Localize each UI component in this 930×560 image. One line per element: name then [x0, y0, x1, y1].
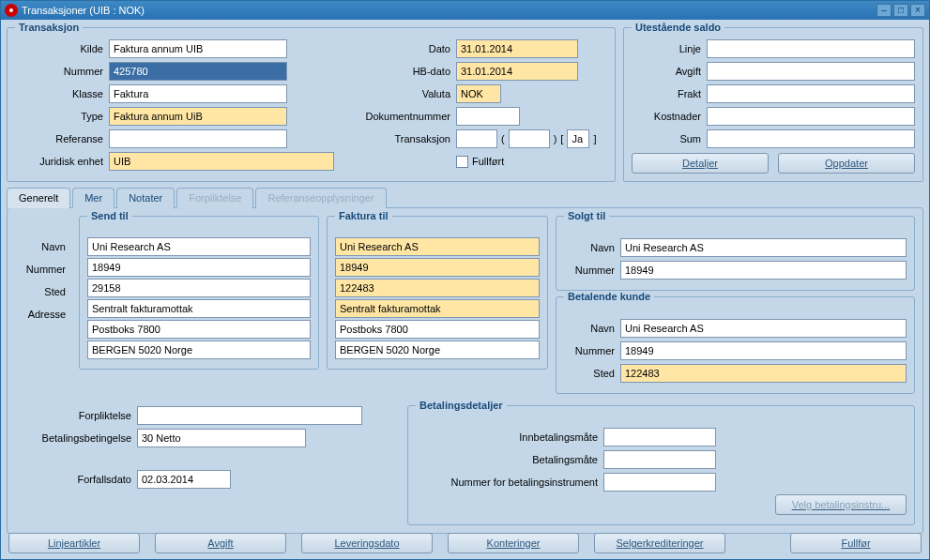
sendtil-sted-field[interactable] [87, 279, 311, 297]
kostnader-label: Kostnader [632, 111, 707, 122]
kostnader-field[interactable] [707, 107, 915, 126]
betalende-nummer-field[interactable] [620, 341, 907, 360]
sendtil-group: Send til [79, 216, 319, 370]
betalende-legend: Betalende kunde [564, 291, 654, 302]
sum-field[interactable] [707, 129, 915, 148]
betdetaljer-legend: Betalingsdetaljer [416, 400, 507, 411]
fakturatil-legend: Faktura til [335, 210, 392, 221]
detaljer-button[interactable]: Detaljer [632, 153, 769, 174]
bet-field[interactable] [137, 429, 306, 447]
linje-label: Linje [632, 43, 707, 54]
type-field[interactable] [109, 107, 287, 126]
fakturatil-nummer-field[interactable] [335, 258, 540, 277]
fullfor-button[interactable]: Fullfør [790, 533, 922, 553]
fakturatil-group: Faktura til [327, 216, 548, 370]
trans2-field[interactable] [509, 129, 550, 148]
tab-generelt[interactable]: Generelt [7, 188, 70, 208]
oracle-icon [5, 4, 18, 17]
innbet-field[interactable] [603, 428, 716, 446]
sendtil-navn-label: Navn [15, 241, 71, 252]
titlebar[interactable]: Transaksjoner (UIB : NOK) – □ × [1, 1, 929, 20]
solgttil-navn-field[interactable] [620, 238, 907, 257]
tabs: Generelt Mer Notater Forpliktelse Refera… [7, 188, 923, 208]
fakturatil-sted-field[interactable] [335, 279, 540, 297]
hbdato-label: HB-dato [343, 66, 456, 77]
tab-referanseopplysninger[interactable]: Referanseopplysninger [255, 188, 386, 208]
solgttil-nummer-field[interactable] [620, 261, 907, 280]
tab-forpliktelse[interactable]: Forpliktelse [176, 188, 253, 208]
minimize-button[interactable]: – [877, 4, 892, 17]
betalende-sted-label: Sted [564, 368, 620, 379]
transaksjon-legend: Transaksjon [15, 22, 83, 33]
forpliktelse-field[interactable] [137, 406, 362, 425]
konteringer-button[interactable]: Konteringer [448, 533, 579, 553]
fullfort-label: Fullført [472, 156, 504, 167]
dato-label: Dato [343, 43, 456, 54]
trans-ja-field[interactable] [567, 129, 589, 148]
fakturatil-adresse1-field[interactable] [335, 299, 540, 318]
trans-label: Transaksjon [343, 133, 456, 144]
doknr-field[interactable] [456, 107, 520, 126]
juridisk-label: Juridisk enhet [15, 156, 109, 167]
nummer-field[interactable] [109, 62, 287, 81]
solgttil-legend: Solgt til [564, 210, 609, 221]
tab-panel-generelt: Navn Nummer Sted Adresse Send til [7, 207, 923, 534]
maximize-button[interactable]: □ [893, 4, 908, 17]
utestaende-legend: Utestående saldo [632, 22, 724, 33]
sendtil-adresse1-field[interactable] [87, 299, 311, 318]
avgift-field[interactable] [707, 62, 915, 81]
avgift-button[interactable]: Avgift [155, 533, 286, 553]
fakturatil-adresse3-field[interactable] [335, 341, 540, 359]
dato-field[interactable] [456, 39, 578, 58]
sendtil-adresse-label: Adresse [15, 309, 71, 320]
forfall-field[interactable] [137, 470, 231, 489]
fakturatil-navn-field[interactable] [335, 237, 540, 256]
window: Transaksjoner (UIB : NOK) – □ × Transaks… [0, 0, 930, 560]
close-button[interactable]: × [910, 4, 925, 17]
betmate-label: Betalingsmåte [416, 454, 603, 465]
sendtil-adresse2-field[interactable] [87, 320, 311, 339]
sendtil-legend: Send til [87, 210, 132, 221]
betalende-group: Betalende kunde Navn Nummer Sted [556, 296, 915, 394]
forfall-label: Forfallsdato [15, 474, 137, 485]
velg-betalingsinstrument-button[interactable]: Velg betalingsinstru... [775, 494, 907, 515]
kilde-field[interactable] [109, 39, 287, 58]
valuta-label: Valuta [343, 88, 456, 99]
solgttil-navn-label: Navn [564, 242, 620, 253]
betalende-sted-field[interactable] [620, 364, 907, 383]
type-label: Type [15, 111, 109, 122]
juridisk-field[interactable] [109, 152, 334, 171]
sendtil-navn-field[interactable] [87, 237, 311, 256]
klasse-field[interactable] [109, 84, 287, 103]
hbdato-field[interactable] [456, 62, 578, 81]
instr-label: Nummer for betalingsinstrument [416, 477, 603, 488]
avgift-label: Avgift [632, 66, 707, 77]
tab-mer[interactable]: Mer [72, 188, 114, 208]
kilde-label: Kilde [15, 43, 109, 54]
selgerkrediteringer-button[interactable]: Selgerkrediteringer [594, 533, 725, 553]
fakturatil-adresse2-field[interactable] [335, 320, 540, 339]
valuta-field[interactable] [456, 84, 501, 103]
linje-field[interactable] [707, 39, 915, 58]
fullfort-checkbox[interactable] [456, 156, 468, 168]
doknr-label: Dokumentnummer [343, 111, 456, 122]
referanse-field[interactable] [109, 129, 287, 148]
instr-field[interactable] [603, 473, 716, 492]
sendtil-nummer-field[interactable] [87, 258, 311, 277]
tab-notater[interactable]: Notater [116, 188, 175, 208]
frakt-field[interactable] [707, 84, 915, 103]
utestaende-group: Utestående saldo Linje Avgift Frakt Kost… [623, 22, 923, 182]
oppdater-button[interactable]: Oppdater [778, 153, 915, 174]
solgttil-group: Solgt til Navn Nummer [556, 216, 915, 291]
betalende-navn-field[interactable] [620, 319, 907, 338]
betmate-field[interactable] [603, 450, 716, 469]
leveringsdato-button[interactable]: Leveringsdato [301, 533, 433, 553]
window-title: Transaksjoner (UIB : NOK) [22, 5, 877, 16]
klasse-label: Klasse [15, 88, 109, 99]
footer-buttons: Linjeartikler Avgift Leveringsdato Konte… [8, 533, 922, 553]
nummer-label: Nummer [15, 66, 109, 77]
innbet-label: Innbetalingsmåte [416, 431, 603, 443]
sendtil-adresse3-field[interactable] [87, 341, 311, 359]
linjeartikler-button[interactable]: Linjeartikler [8, 533, 140, 553]
trans1-field[interactable] [456, 129, 497, 148]
